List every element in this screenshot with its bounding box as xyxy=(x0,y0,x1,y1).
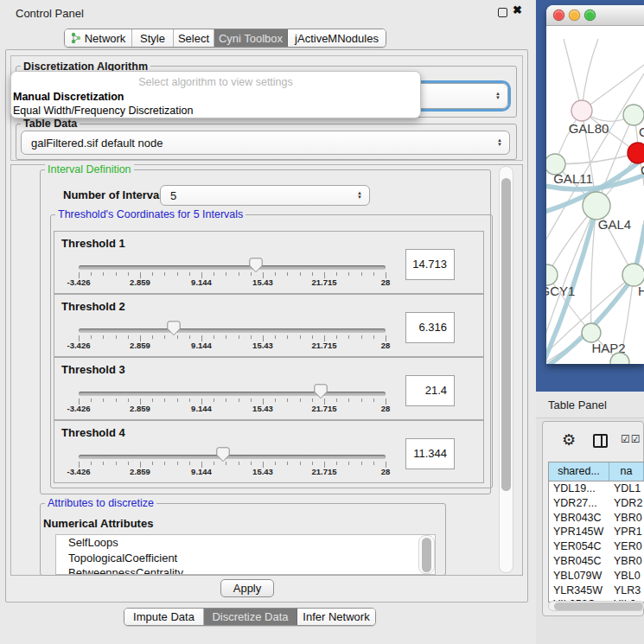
threshold-value-input[interactable]: 14.713 xyxy=(405,249,455,280)
tab-style[interactable]: Style xyxy=(132,29,174,47)
attribute-list-scrollbar-thumb[interactable] xyxy=(422,538,431,572)
zoom-traffic-icon[interactable] xyxy=(584,10,596,21)
slider-tick xyxy=(336,335,337,339)
numerical-attributes-list[interactable]: SelfLoopsTopologicalCoefficientBetweenne… xyxy=(55,534,436,575)
table-cell[interactable]: YLR345W xyxy=(549,583,609,598)
menu-item-equal-width-discretization[interactable]: Equal Width/Frequency Discretization xyxy=(13,105,193,117)
number-of-intervals-combobox[interactable]: 5 ▲▼ xyxy=(160,185,370,206)
tab-select[interactable]: Select xyxy=(174,29,214,47)
table-row[interactable]: YLR345WYLR3 xyxy=(549,583,644,598)
slider-track[interactable] xyxy=(79,328,386,333)
table-row[interactable]: YDR27...YDR2 xyxy=(549,496,644,511)
network-node-label: GAL11 xyxy=(553,171,593,186)
numerical-attribute-item[interactable]: TopologicalCoefficient xyxy=(56,551,435,566)
tab-impute-data[interactable]: Impute Data xyxy=(124,609,204,625)
combo-arrows-icon: ▲▼ xyxy=(497,138,502,147)
network-window-titlebar[interactable] xyxy=(546,5,644,26)
tab-cyni-toolbox[interactable]: Cyni Toolbox xyxy=(214,29,288,47)
table-row[interactable]: YBR045CYBR0 xyxy=(549,554,644,569)
tab-infer-network[interactable]: Infer Network xyxy=(297,609,375,625)
network-canvas[interactable]: GAL80GACGAL11GAL4GCY1HHAP2 xyxy=(546,26,644,364)
tab-label: Impute Data xyxy=(133,610,194,623)
table-horizontal-scrollbar[interactable] xyxy=(548,601,644,611)
table-cell[interactable]: YLR3 xyxy=(609,583,644,598)
slider-track[interactable] xyxy=(79,455,386,459)
table-row[interactable]: YBR043CYBR0 xyxy=(549,511,644,526)
network-node[interactable] xyxy=(628,143,644,163)
table-data-combobox[interactable]: galFiltered.sif default node ▲▼ xyxy=(21,131,510,155)
network-node[interactable] xyxy=(623,105,644,125)
table-cell[interactable]: YPR1 xyxy=(609,525,644,539)
table-row[interactable]: YBL079WYBL0 xyxy=(549,569,644,583)
table-panel-bar: Table Panel xyxy=(536,392,644,418)
slider-thumb[interactable] xyxy=(314,384,328,399)
settings-scrollbar-thumb[interactable] xyxy=(501,178,511,491)
table-cell[interactable]: YBR0 xyxy=(609,554,644,569)
network-node[interactable] xyxy=(583,192,610,220)
table-hscroll-thumb[interactable] xyxy=(554,603,643,610)
tick-label: 2.859 xyxy=(130,467,150,476)
table-cell[interactable]: YDL19... xyxy=(549,481,609,496)
table-header-cell[interactable]: shared... xyxy=(549,462,609,481)
data-table[interactable]: shared...naYDL19...YDL1YDR27...YDR2YBR04… xyxy=(548,462,644,603)
table-cell[interactable]: YBR043C xyxy=(549,511,609,526)
tab-network[interactable]: Network xyxy=(65,29,132,47)
tab-discretize-data[interactable]: Discretize Data xyxy=(204,609,297,625)
slider-tick xyxy=(287,399,288,402)
network-node[interactable] xyxy=(571,100,592,121)
tick-label: -3.426 xyxy=(67,404,91,413)
slider-thumb[interactable] xyxy=(167,321,181,336)
threshold-value-input[interactable]: 21.4 xyxy=(405,375,455,406)
threshold-label: Threshold 3 xyxy=(61,363,125,376)
slider-tick xyxy=(348,272,349,276)
slider-tick xyxy=(373,272,374,276)
network-node[interactable] xyxy=(582,323,601,342)
attribute-list-scrollbar[interactable] xyxy=(418,535,435,574)
network-node[interactable] xyxy=(546,265,558,285)
threshold-value-input[interactable]: 11.344 xyxy=(405,438,455,469)
slider-track[interactable] xyxy=(79,392,386,396)
minimize-traffic-icon[interactable] xyxy=(569,10,580,21)
apply-button[interactable]: Apply xyxy=(220,579,274,597)
slider-tick xyxy=(239,399,239,402)
table-cell[interactable]: YBR045C xyxy=(549,554,609,569)
slider-track[interactable] xyxy=(79,265,386,270)
table-row[interactable]: YER054CYER0 xyxy=(549,539,644,554)
slider-thumb[interactable] xyxy=(249,258,263,273)
columns-icon[interactable] xyxy=(593,434,608,448)
float-window-icon[interactable] xyxy=(498,8,507,17)
slider-thumb[interactable] xyxy=(216,447,230,462)
table-cell[interactable]: YER0 xyxy=(609,539,644,554)
table-panel-title: Table Panel xyxy=(548,399,607,411)
table-cell[interactable]: YER054C xyxy=(549,539,609,554)
table-cell[interactable]: YDR2 xyxy=(609,496,644,511)
close-traffic-icon[interactable] xyxy=(553,10,564,21)
table-row[interactable]: YDL19...YDL1 xyxy=(549,481,644,496)
threshold-value-input[interactable]: 6.316 xyxy=(405,312,455,343)
thresholds-group-label: Threshold's Coordinates for 5 Intervals xyxy=(55,208,245,220)
slider-tick xyxy=(336,399,337,402)
menu-item-manual-discretization[interactable]: Manual Discretization xyxy=(13,91,124,103)
table-cell[interactable]: YPR145W xyxy=(549,525,609,539)
network-edge[interactable] xyxy=(555,153,638,164)
checkbox-icons[interactable]: ☑☑ xyxy=(621,433,641,445)
gear-icon[interactable]: ⚙ xyxy=(562,430,576,450)
close-icon[interactable]: ✖ xyxy=(513,3,522,16)
table-header-cell[interactable]: na xyxy=(609,462,644,481)
tick-label: 2.859 xyxy=(130,341,150,350)
slider-tick xyxy=(116,272,117,276)
slider-tick xyxy=(361,335,362,339)
table-cell[interactable]: YBR0 xyxy=(609,511,644,526)
table-row[interactable]: YPR145WYPR1 xyxy=(549,525,644,539)
numerical-attribute-item[interactable]: SelfLoops xyxy=(56,535,435,551)
numerical-attribute-item[interactable]: BetweennessCentrality xyxy=(56,565,435,575)
tab-jactivemnodules[interactable]: jActiveMNodules xyxy=(288,29,386,47)
table-cell[interactable]: YBL0 xyxy=(609,569,644,583)
table-cell[interactable]: YBL079W xyxy=(549,569,609,583)
network-edge[interactable] xyxy=(564,39,582,111)
slider-tick xyxy=(348,335,349,339)
settings-scrollbar[interactable] xyxy=(499,166,513,573)
table-cell[interactable]: YDL1 xyxy=(609,481,644,496)
slider-tick xyxy=(103,272,104,276)
table-cell[interactable]: YDR27... xyxy=(549,496,609,511)
